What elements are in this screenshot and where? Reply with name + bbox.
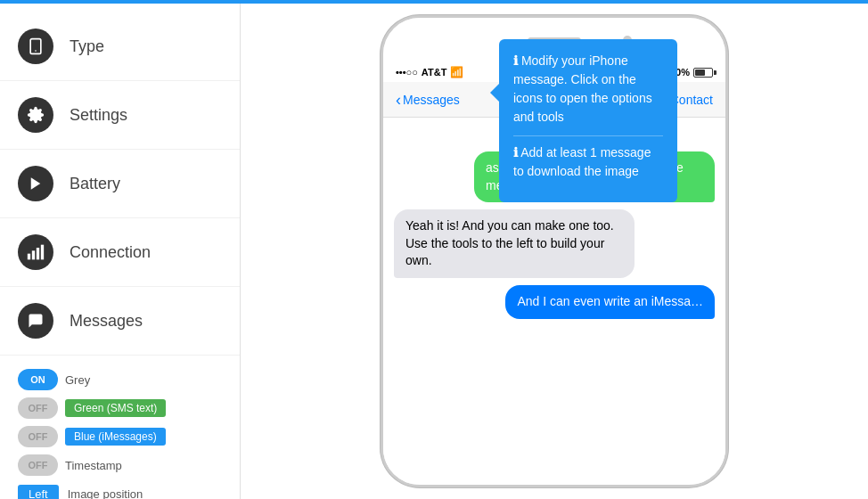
sidebar-connection-label: Connection [70, 243, 151, 262]
message-bubble-3: And I can even write an iMessa… [505, 285, 715, 319]
badge-blue: Blue (iMessages) [65, 428, 166, 446]
carrier-name: AT&T [422, 67, 447, 78]
toggle-row-blue: OFF Blue (iMessages) [18, 426, 222, 447]
toggle-off-timestamp[interactable]: OFF [18, 454, 58, 476]
battery-fill [695, 70, 705, 76]
toggle-off-green[interactable]: OFF [18, 397, 58, 419]
badge-green: Green (SMS text) [65, 399, 166, 417]
image-position-label: Image position [68, 487, 143, 499]
tooltip-divider [513, 135, 663, 136]
chat-icon [18, 303, 53, 339]
svg-rect-4 [28, 254, 30, 260]
status-left: •••○○ AT&T 📶 [396, 66, 463, 78]
svg-rect-6 [37, 248, 39, 259]
toggle-section: ON Grey OFF Green (SMS text) OFF Blue (i… [0, 356, 240, 499]
info-icon-2: ℹ [513, 145, 518, 160]
message-row: Yeah it is! And you can make one too. Us… [394, 209, 715, 278]
tooltip-text-1: Modify your iPhone message. Click on the… [513, 53, 652, 124]
message-bubble-2: Yeah it is! And you can make one too. Us… [394, 209, 635, 278]
image-position-row: Left Image position [18, 485, 222, 499]
phone-icon [18, 29, 53, 64]
tooltip-section-1: ℹ Modify your iPhone message. Click on t… [513, 52, 663, 127]
message-row: And I can even write an iMessa… [394, 285, 715, 319]
svg-rect-7 [41, 245, 44, 260]
signal-dots: •••○○ [396, 67, 418, 78]
svg-rect-0 [30, 39, 41, 54]
wifi-icon: 📶 [450, 66, 463, 78]
sidebar-item-connection[interactable]: Connection [0, 218, 240, 287]
toggle-row-grey: ON Grey [18, 369, 222, 390]
sidebar-messages-label: Messages [70, 312, 143, 331]
sidebar-type-label: Type [70, 37, 104, 56]
svg-rect-5 [32, 250, 35, 259]
toggle-row-green: OFF Green (SMS text) [18, 397, 222, 419]
info-icon-1: ℹ [513, 53, 518, 68]
toggle-row-timestamp: OFF Timestamp [18, 454, 222, 476]
play-icon [18, 166, 53, 201]
sidebar-item-settings[interactable]: Settings [0, 81, 240, 150]
sidebar-settings-label: Settings [70, 106, 127, 125]
signal-icon [18, 234, 53, 270]
position-badge[interactable]: Left [18, 485, 59, 499]
sidebar: Type Settings Battery Conne [0, 4, 241, 499]
tooltip-box: ℹ Modify your iPhone message. Click on t… [499, 39, 677, 202]
sidebar-battery-label: Battery [70, 175, 120, 193]
toggle-off-blue[interactable]: OFF [18, 426, 58, 447]
chevron-left-icon: ‹ [396, 92, 401, 108]
toggle-label-grey: Grey [65, 373, 90, 387]
back-label: Messages [403, 93, 460, 107]
battery-icon [693, 68, 713, 78]
sidebar-item-type[interactable]: Type [0, 12, 240, 81]
svg-marker-3 [31, 177, 41, 190]
back-button[interactable]: ‹ Messages [396, 92, 460, 108]
sidebar-item-battery[interactable]: Battery [0, 150, 240, 218]
tooltip-section-2: ℹ Add at least 1 message to download the… [513, 143, 663, 181]
toggle-on-grey[interactable]: ON [18, 369, 58, 390]
toggle-label-timestamp: Timestamp [65, 459, 122, 472]
gear-icon [18, 97, 53, 133]
tooltip-text-2: Add at least 1 message to download the i… [513, 145, 651, 178]
sidebar-item-messages[interactable]: Messages [0, 287, 240, 356]
